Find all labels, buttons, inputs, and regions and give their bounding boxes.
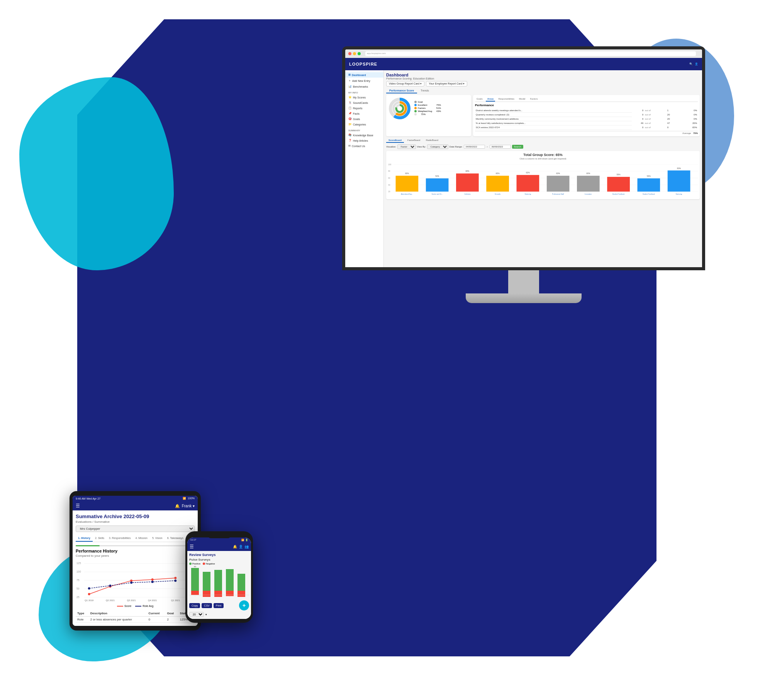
perf-tab-responsibilities[interactable]: Responsibilities bbox=[497, 97, 516, 102]
bar-professional[interactable] bbox=[547, 176, 570, 192]
tablet-teacher-select[interactable]: Mrs Culpepper bbox=[76, 525, 195, 532]
bar-attendance[interactable] bbox=[396, 176, 419, 192]
phone-per-page-select[interactable]: 20 bbox=[189, 612, 204, 617]
svg-text:Q1 2021: Q1 2021 bbox=[171, 599, 180, 602]
visualize-label: Visualize: bbox=[386, 146, 396, 148]
bar-cafeteria[interactable] bbox=[456, 173, 479, 192]
sidebar-item-contact[interactable]: ✉Contact Us bbox=[345, 143, 383, 149]
scoreboard-tab-factorboard[interactable]: FactorBoard bbox=[405, 138, 422, 143]
tablet-time: 9:46 AM Wed Apr 27 bbox=[76, 497, 100, 500]
tablet-tab-mission[interactable]: 4. Mission bbox=[133, 535, 150, 542]
tablet-tab-history[interactable]: 1. History bbox=[76, 535, 93, 542]
col-description: Description bbox=[89, 610, 147, 617]
svg-point-54 bbox=[151, 581, 154, 583]
factor-select[interactable]: Factor bbox=[397, 144, 416, 149]
monitor: app.loopspire.com LOOPSPIRE 🔍 👤 ⊞Dashboa… bbox=[321, 46, 726, 303]
phone-page-title: Review Surveys bbox=[189, 553, 249, 557]
print-button[interactable]: Print bbox=[214, 603, 224, 608]
tablet-tab-vision[interactable]: 5. Vision bbox=[150, 535, 165, 542]
phone-group-icon[interactable]: 👥 bbox=[244, 545, 249, 549]
scoreboard-tab-scoreboard[interactable]: ScoreBoard bbox=[386, 138, 404, 143]
donut-chart-svg bbox=[388, 97, 411, 120]
bar-nurturing-2[interactable] bbox=[668, 170, 690, 192]
svg-text:...: ... bbox=[194, 595, 195, 597]
tab-trends[interactable]: Trends bbox=[417, 88, 432, 93]
scoreboard-tab-radioboard[interactable]: RadioBoard bbox=[424, 138, 441, 143]
phone-bell-icon[interactable]: 🔔 bbox=[233, 545, 237, 549]
monitor-nav-search[interactable]: 🔍 bbox=[689, 63, 693, 66]
col-type: Type bbox=[76, 610, 89, 617]
sidebar-item-dashboard[interactable]: ⊞Dashboard bbox=[345, 72, 383, 78]
tablet-user-name[interactable]: Frank ▾ bbox=[182, 504, 195, 508]
bar-vendor[interactable] bbox=[426, 178, 449, 192]
perf-row-1: District attends weekly meetings attende… bbox=[475, 108, 698, 113]
phone-nav-icons: 🔔 👤 👥 bbox=[233, 545, 249, 549]
search-button[interactable]: Search bbox=[512, 145, 523, 149]
bar-nurturing[interactable] bbox=[517, 175, 539, 192]
sidebar-item-reports[interactable]: 📋Reports bbox=[345, 105, 383, 111]
svg-text:Innovation: Innovation bbox=[585, 193, 592, 195]
sidebar-item-categories[interactable]: 📁Categories bbox=[345, 122, 383, 127]
copy-button[interactable]: Copy bbox=[189, 603, 200, 608]
tablet-bell-icon[interactable]: 🔔 bbox=[175, 504, 180, 508]
pulse-bar-1-pos[interactable] bbox=[191, 568, 199, 591]
pulse-bar-5-pos[interactable] bbox=[237, 574, 245, 591]
svg-text:80: 80 bbox=[388, 170, 390, 172]
perf-tab-goals[interactable]: Goals bbox=[475, 97, 484, 102]
bar-student-feedback-1[interactable] bbox=[607, 177, 630, 192]
phone-body: Review Surveys Pulse Surveys Positive Ne… bbox=[187, 551, 251, 619]
tablet-page-title: Summative Archive 2022-05-09 bbox=[76, 514, 195, 519]
group-report-card-select[interactable]: Video Group Report Card ▾ bbox=[386, 81, 424, 86]
monitor-nav-user[interactable]: 👤 bbox=[695, 63, 698, 66]
sidebar-item-soundcards[interactable]: 🃏SoundCards bbox=[345, 100, 383, 105]
employee-report-card-select[interactable]: Your Employee Report Card ▾ bbox=[426, 81, 467, 86]
svg-text:50%: 50% bbox=[647, 175, 651, 177]
monitor-screen: app.loopspire.com LOOPSPIRE 🔍 👤 ⊞Dashboa… bbox=[342, 46, 705, 270]
date-to-input[interactable] bbox=[490, 145, 511, 149]
svg-text:125: 125 bbox=[76, 562, 81, 564]
performance-average: Average 79% bbox=[475, 131, 698, 134]
tablet-hamburger-icon[interactable]: ☰ bbox=[76, 503, 80, 508]
sidebar-item-knowledge-base[interactable]: 📚Knowledge Base bbox=[345, 132, 383, 138]
sidebar-item-facts[interactable]: 📌Facts bbox=[345, 111, 383, 116]
perf-tab-areas[interactable]: Areas bbox=[486, 97, 495, 102]
phone-hamburger-icon[interactable]: ☰ bbox=[190, 544, 194, 549]
svg-point-51 bbox=[88, 587, 90, 590]
sidebar-item-add-entry[interactable]: ＋Add New Entry bbox=[345, 78, 383, 84]
maximize-dot[interactable] bbox=[358, 52, 361, 55]
svg-point-49 bbox=[151, 578, 154, 581]
pulse-bar-3-pos[interactable] bbox=[214, 570, 222, 591]
perf-tab-factors[interactable]: Factors bbox=[528, 97, 539, 102]
col-current: Current bbox=[147, 610, 166, 617]
bar-student-feedback-2[interactable] bbox=[638, 178, 660, 192]
sidebar-item-benchmarks[interactable]: 📊Benchmarks bbox=[345, 84, 383, 89]
svg-text:60: 60 bbox=[388, 177, 390, 179]
tab-performance-score[interactable]: Performance Score bbox=[386, 88, 417, 93]
sidebar-item-help[interactable]: ❓Help Articles bbox=[345, 138, 383, 143]
view-by-label: View By: bbox=[417, 146, 426, 148]
category-select[interactable]: Category bbox=[427, 144, 448, 149]
monitor-logo: LOOPSPIRE bbox=[349, 62, 377, 66]
sidebar-item-goals[interactable]: 🎯Goals bbox=[345, 116, 383, 122]
pulse-bar-2-pos[interactable] bbox=[203, 572, 210, 591]
date-from-input[interactable] bbox=[464, 145, 485, 149]
tablet-status-icons: 📶 100% bbox=[183, 497, 195, 500]
sidebar-item-my-scores[interactable]: ⭐My Scores bbox=[345, 95, 383, 100]
pulse-bar-1-neg[interactable] bbox=[191, 591, 199, 595]
bar-innovation[interactable] bbox=[577, 176, 600, 192]
perf-tab-model[interactable]: Model bbox=[517, 97, 527, 102]
tablet-tab-takeaways[interactable]: 6. Takeaways bbox=[165, 535, 186, 542]
phone-nav: ☰ 🔔 👤 👥 bbox=[187, 542, 251, 551]
address-bar[interactable]: app.loopspire.com bbox=[365, 51, 696, 56]
phone-fab-button[interactable]: + bbox=[239, 600, 249, 610]
csv-button[interactable]: CSV bbox=[202, 603, 212, 608]
cyan-blob-top-left bbox=[19, 77, 174, 270]
sidebar-section-myinfo: MY INFO bbox=[345, 91, 383, 95]
minimize-dot[interactable] bbox=[353, 52, 356, 55]
tablet-tab-skills[interactable]: 2. Skills bbox=[93, 535, 107, 542]
pulse-bar-4-pos[interactable] bbox=[226, 569, 234, 591]
phone-user-icon[interactable]: 👤 bbox=[239, 545, 243, 549]
bar-grounds[interactable] bbox=[486, 176, 509, 192]
tablet-tab-responsibilities[interactable]: 3. Responsibilities bbox=[107, 535, 133, 542]
close-dot[interactable] bbox=[348, 52, 351, 55]
